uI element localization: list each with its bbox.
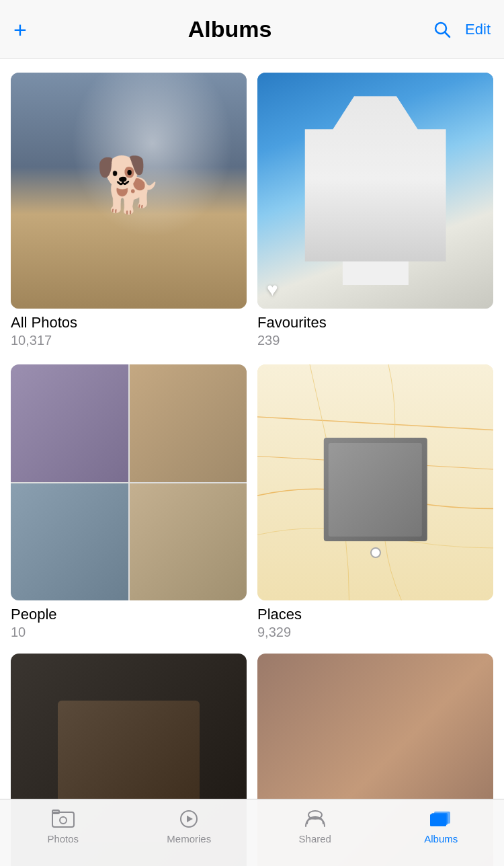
album-thumbnail-people — [11, 364, 247, 600]
tab-shared[interactable]: Shared — [252, 809, 378, 844]
lighthouse-white-base — [342, 224, 408, 285]
tab-albums[interactable]: Albums — [378, 809, 505, 844]
album-count-places: 9,329 — [257, 625, 493, 640]
album-name-favourites: Favourites — [257, 314, 493, 331]
lighthouse-red-band — [342, 170, 408, 224]
svg-rect-4 — [52, 812, 74, 827]
album-name-all-photos: All Photos — [11, 314, 247, 331]
tab-label-shared: Shared — [299, 833, 331, 844]
svg-rect-13 — [430, 814, 446, 826]
people-cell-2 — [130, 364, 247, 482]
svg-marker-8 — [187, 816, 193, 822]
lighthouse-body — [342, 132, 408, 285]
album-count-all-photos: 10,317 — [11, 333, 247, 348]
header: + Albums Edit — [0, 0, 504, 59]
album-name-places: Places — [257, 606, 493, 623]
svg-line-2 — [257, 417, 493, 430]
photos-tab-icon — [51, 809, 75, 829]
edit-button[interactable]: Edit — [465, 21, 491, 38]
page-title: Albums — [188, 16, 272, 42]
svg-point-0 — [435, 23, 446, 34]
tab-label-photos: Photos — [47, 833, 79, 844]
memories-tab-icon — [177, 809, 201, 829]
heart-icon: ♥ — [267, 279, 278, 301]
people-cell-4 — [130, 483, 247, 601]
album-thumbnail-all-photos — [11, 73, 247, 309]
album-places[interactable]: Places 9,329 — [257, 364, 493, 640]
tab-label-albums: Albums — [424, 833, 458, 844]
album-all-photos[interactable]: All Photos 10,317 — [11, 73, 247, 348]
album-name-people: People — [11, 606, 247, 623]
places-photo-pin — [323, 438, 427, 541]
lighthouse-top — [342, 132, 408, 170]
shared-tab-icon — [303, 809, 327, 829]
search-icon[interactable] — [433, 20, 452, 39]
albums-tab-icon — [429, 809, 453, 829]
lighthouse-image — [257, 73, 493, 309]
tab-photos[interactable]: Photos — [0, 809, 126, 844]
people-cell-1 — [11, 364, 128, 482]
album-count-people: 10 — [11, 625, 247, 640]
tab-memories[interactable]: Memories — [126, 809, 253, 844]
album-thumbnail-places — [257, 364, 493, 600]
tab-label-memories: Memories — [167, 833, 211, 844]
people-cell-3 — [11, 483, 128, 601]
album-count-favourites: 239 — [257, 333, 493, 348]
header-actions: Edit — [433, 20, 491, 39]
add-button[interactable]: + — [13, 18, 27, 41]
svg-line-1 — [446, 32, 450, 37]
album-favourites[interactable]: ♥ Favourites 239 — [257, 73, 493, 348]
albums-grid: All Photos 10,317 ♥ Favourites 239 Peopl… — [0, 59, 504, 654]
tab-bar: Photos Memories Shared — [0, 799, 504, 866]
album-people[interactable]: People 10 — [11, 364, 247, 640]
album-thumbnail-favourites: ♥ — [257, 73, 493, 309]
svg-point-6 — [60, 817, 67, 824]
